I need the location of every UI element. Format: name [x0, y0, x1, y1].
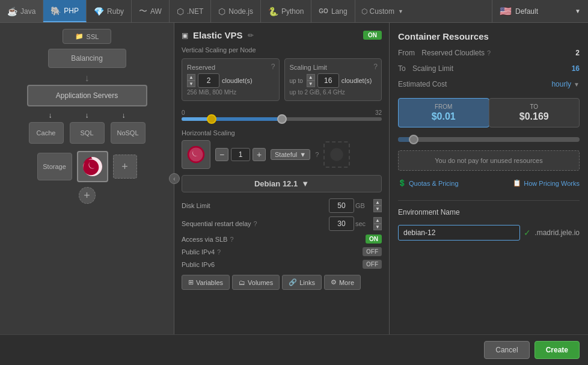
svg-point-2 — [331, 148, 343, 161]
tab-java[interactable]: ☕ Java — [0, 0, 43, 22]
debian-ghost-svg — [329, 147, 344, 162]
tab-php[interactable]: 🐘 PHP — [43, 0, 87, 22]
hourly-link[interactable]: hourly — [551, 80, 571, 88]
tab-lang-label: Lang — [331, 7, 348, 16]
hourly-chevron-icon[interactable]: ▼ — [574, 81, 580, 88]
to-scaling-row: To Scaling Limit 16 — [398, 64, 580, 73]
access-slb-help-icon[interactable]: ? — [230, 236, 233, 243]
scaling-limit-box: Scaling Limit ? up to ▲ ▼ cloudlet(s) up… — [284, 58, 382, 101]
region-dropdown[interactable]: 🇺🇸 Default ▼ — [492, 0, 588, 22]
from-price-title: FROM — [403, 103, 484, 110]
debian-version-dropdown[interactable]: Debian 12.1 ▼ — [182, 175, 382, 192]
right-slider-thumb[interactable] — [409, 135, 418, 144]
from-price-box: FROM $0.01 — [398, 98, 489, 127]
more-button[interactable]: ⚙ More — [324, 275, 361, 290]
volumes-icon: 🗂 — [239, 279, 245, 286]
vps-toggle[interactable]: ON — [363, 31, 382, 40]
variables-button[interactable]: ⊞ Variables — [182, 275, 230, 290]
nosql-box[interactable]: NoSQL — [111, 122, 145, 144]
right-slider-track[interactable] — [398, 137, 580, 142]
add-bottom-button[interactable]: + — [79, 187, 96, 204]
scaling-limit-info-icon[interactable]: ? — [373, 63, 378, 71]
edit-icon[interactable]: ✏ — [248, 31, 254, 40]
reserved-up-btn[interactable]: ▲ — [187, 74, 195, 81]
public-ipv6-label: Public IPv6 — [182, 261, 215, 268]
reserved-box: Reserved ? ▲ ▼ cloudlet(s) 256 MiB, 800 … — [182, 58, 280, 101]
bottom-row: Storage + — [37, 151, 137, 182]
collapse-panel-button[interactable]: ‹ — [169, 173, 180, 184]
stateful-label: Stateful — [275, 151, 297, 158]
debian-ghost-icon — [323, 141, 350, 168]
tab-ruby[interactable]: 💎 Ruby — [87, 0, 132, 22]
count-control: − 1 + — [215, 148, 266, 161]
divider — [398, 200, 580, 201]
debian-version-label: Debian 12.1 — [254, 179, 298, 188]
sql-box[interactable]: SQL — [70, 122, 105, 144]
disk-down-btn[interactable]: ▼ — [373, 206, 382, 212]
reserved-down-btn[interactable]: ▼ — [187, 81, 195, 87]
tab-net[interactable]: ⬡ .NET — [170, 0, 211, 22]
env-name-input[interactable] — [398, 225, 520, 241]
access-slb-toggle[interactable]: ON — [366, 235, 382, 244]
region-chevron-icon: ▼ — [575, 8, 581, 14]
how-pricing-link[interactable]: 📋 How Pricing Works — [513, 179, 580, 187]
slider-track[interactable] — [182, 117, 382, 121]
reserved-info-icon[interactable]: ? — [271, 63, 275, 71]
tab-aw[interactable]: 〜 AW — [132, 0, 170, 22]
links-button[interactable]: 🔗 Links — [282, 275, 322, 290]
aw-icon: 〜 — [139, 6, 147, 17]
stateful-chevron-icon: ▼ — [299, 151, 306, 158]
app-servers-box[interactable]: Application Servers — [27, 85, 147, 106]
how-pricing-label: How Pricing Works — [524, 180, 580, 187]
scaling-limit-input[interactable] — [317, 73, 339, 88]
volumes-button[interactable]: 🗂 Volumes — [232, 275, 280, 290]
disk-limit-label: Disk Limit — [182, 202, 210, 209]
slider-thumb-scaling[interactable] — [277, 114, 287, 124]
arrow-down-1: ↓ — [85, 73, 90, 84]
scaling-up-btn[interactable]: ▲ — [307, 74, 315, 81]
tab-python[interactable]: 🐍 Python — [261, 0, 311, 22]
ssl-icon: 📁 — [75, 32, 84, 40]
estimated-cost-label: Estimated Cost — [398, 80, 551, 88]
restart-down-btn[interactable]: ▼ — [373, 224, 382, 230]
access-slb-row: Access via SLB ? ON — [182, 235, 382, 244]
right-slider-container[interactable] — [398, 137, 580, 142]
public-ipv4-toggle[interactable]: OFF — [363, 247, 382, 256]
create-button[interactable]: Create — [534, 341, 580, 359]
add-server-button[interactable]: + — [113, 155, 137, 179]
restart-value: 30 — [329, 216, 354, 231]
access-slb-label: Access via SLB — [182, 236, 227, 243]
balancing-box[interactable]: Balancing — [48, 49, 126, 68]
storage-box[interactable]: Storage — [37, 153, 72, 180]
quotas-pricing-link[interactable]: 💲 Quotas & Pricing — [398, 179, 459, 187]
disk-value: 50 — [329, 198, 354, 213]
reserved-desc: 256 MiB, 800 MHz — [187, 89, 274, 96]
reserved-value-input[interactable] — [198, 73, 219, 88]
restart-up-btn[interactable]: ▲ — [373, 217, 382, 224]
debian-selected-box[interactable] — [77, 151, 108, 182]
reserved-unit: cloudlet(s) — [222, 77, 253, 84]
scaling-down-btn[interactable]: ▼ — [307, 81, 315, 87]
count-increase-button[interactable]: + — [253, 148, 266, 161]
from-price-value: $0.01 — [403, 111, 484, 122]
restart-delay-row: Sequential restart delay ? 30 sec ▲ ▼ — [182, 216, 382, 231]
count-decrease-button[interactable]: − — [215, 148, 228, 161]
reserved-cloudlets-label: Reserved Cloudlets — [421, 49, 485, 57]
tab-lang[interactable]: GO Lang — [311, 0, 355, 22]
disk-up-btn[interactable]: ▲ — [373, 199, 382, 206]
tab-java-label: Java — [20, 7, 35, 16]
cache-box[interactable]: Cache — [29, 122, 64, 144]
cancel-button[interactable]: Cancel — [484, 341, 529, 359]
stateful-help-icon[interactable]: ? — [315, 151, 319, 158]
debian-small-icon — [186, 145, 206, 164]
slider-thumb-reserved[interactable] — [207, 114, 216, 124]
reserved-cloudlets-help-icon[interactable]: ? — [487, 49, 491, 57]
public-ipv4-row: Public IPv4 ? OFF — [182, 247, 382, 256]
stateful-dropdown[interactable]: Stateful ▼ — [271, 149, 310, 160]
tab-custom[interactable]: ⬡ Custom ▼ — [355, 0, 409, 22]
ipv4-help-icon[interactable]: ? — [217, 248, 221, 256]
public-ipv6-toggle[interactable]: OFF — [363, 260, 382, 269]
variables-label: Variables — [196, 279, 223, 286]
tab-nodejs[interactable]: ⬡ Node.js — [211, 0, 261, 22]
restart-help-icon[interactable]: ? — [254, 220, 257, 227]
